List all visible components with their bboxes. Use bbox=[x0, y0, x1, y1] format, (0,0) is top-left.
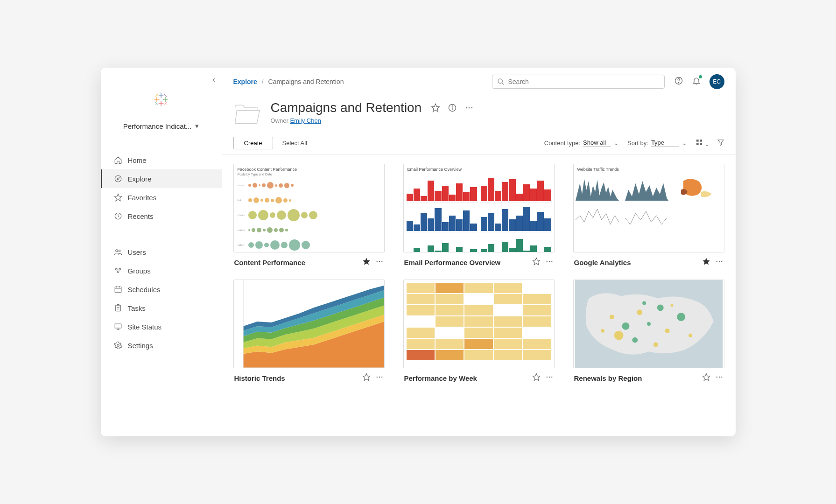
view-mode-toggle[interactable]: ⌄ bbox=[695, 139, 709, 147]
card-more-button[interactable] bbox=[375, 257, 384, 267]
nav-label: Groups bbox=[128, 267, 151, 275]
content-type-label: Content type: bbox=[544, 140, 580, 147]
ga-preview bbox=[574, 173, 724, 231]
nav-label: Tasks bbox=[128, 304, 146, 312]
card-more-button[interactable] bbox=[715, 257, 724, 267]
workbook-thumbnail[interactable]: Website Traffic Trends bbox=[573, 164, 724, 252]
owner-label: Owner bbox=[271, 117, 288, 124]
filter-button[interactable] bbox=[717, 139, 724, 147]
card-title[interactable]: Content Performance bbox=[234, 259, 362, 266]
sidebar-item-tasks[interactable]: Tasks bbox=[101, 299, 222, 317]
sidebar-item-settings[interactable]: Settings bbox=[101, 336, 222, 355]
owner-link[interactable]: Emily Chen bbox=[290, 117, 321, 124]
card-favorite-toggle[interactable] bbox=[362, 373, 371, 383]
nav-label: Favorites bbox=[128, 194, 157, 202]
svg-point-64 bbox=[716, 261, 717, 262]
svg-point-24 bbox=[117, 271, 119, 273]
toolbar-right: Content type: Show all ⌄ Sort by: Type ⌄… bbox=[544, 139, 724, 147]
star-outline-icon bbox=[532, 257, 541, 266]
card-favorite-toggle[interactable] bbox=[362, 257, 371, 267]
sidebar-item-schedules[interactable]: Schedules bbox=[101, 280, 222, 299]
svg-point-54 bbox=[376, 261, 377, 262]
content-type-value: Show all bbox=[583, 139, 611, 147]
svg-point-45 bbox=[466, 107, 467, 109]
svg-point-101 bbox=[721, 377, 722, 378]
card-title[interactable]: Performance by Week bbox=[404, 374, 532, 382]
card-favorite-toggle[interactable] bbox=[532, 373, 541, 383]
workbook-thumbnail[interactable] bbox=[233, 280, 385, 368]
breadcrumb-root-link[interactable]: Explore bbox=[233, 78, 257, 85]
svg-point-84 bbox=[609, 315, 614, 319]
create-button[interactable]: Create bbox=[233, 137, 273, 149]
workbook-thumbnail[interactable]: Email Performance Overview bbox=[403, 164, 555, 252]
folder-open-icon bbox=[233, 102, 261, 126]
map-preview bbox=[574, 280, 724, 368]
workbook-thumbnail[interactable]: Facebook Content Performance Posts by Ty… bbox=[233, 164, 385, 252]
sidebar-item-users[interactable]: Users bbox=[101, 243, 222, 261]
svg-line-38 bbox=[502, 83, 504, 84]
sidebar-item-site-status[interactable]: Site Status bbox=[101, 317, 222, 336]
card-more-button[interactable] bbox=[545, 373, 554, 383]
sort-by-control[interactable]: Sort by: Type ⌄ bbox=[627, 139, 687, 147]
card-favorite-toggle[interactable] bbox=[702, 257, 710, 267]
sidebar-item-home[interactable]: Home bbox=[101, 151, 222, 169]
svg-marker-79 bbox=[533, 374, 540, 381]
card-favorite-toggle[interactable] bbox=[702, 373, 710, 383]
card-more-button[interactable] bbox=[545, 257, 554, 267]
sidebar-item-recents[interactable]: Recents bbox=[101, 207, 222, 225]
toolbar: Create Select All Content type: Show all… bbox=[222, 134, 736, 154]
svg-marker-52 bbox=[718, 140, 724, 146]
svg-point-97 bbox=[642, 301, 646, 305]
site-selector[interactable]: Performance Indicat... ▾ bbox=[123, 122, 199, 130]
svg-point-86 bbox=[614, 331, 623, 340]
svg-point-100 bbox=[718, 377, 719, 378]
avatar[interactable]: EC bbox=[710, 74, 724, 89]
info-button[interactable] bbox=[448, 103, 457, 114]
card-title[interactable]: Google Analytics bbox=[574, 259, 702, 266]
more-actions-button[interactable] bbox=[464, 103, 474, 114]
svg-point-81 bbox=[548, 377, 549, 378]
select-all-button[interactable]: Select All bbox=[282, 140, 307, 147]
svg-point-87 bbox=[637, 309, 642, 315]
chevron-down-icon: ⌄ bbox=[614, 140, 619, 147]
sidebar-item-favorites[interactable]: Favorites bbox=[101, 188, 222, 207]
thumb-title: Email Performance Overview bbox=[404, 164, 554, 173]
svg-marker-57 bbox=[533, 258, 540, 265]
svg-rect-25 bbox=[115, 287, 121, 293]
svg-rect-33 bbox=[115, 324, 121, 328]
nav-label: Users bbox=[128, 248, 146, 256]
card-footer: Renewals by Region bbox=[573, 368, 724, 383]
more-horizontal-icon bbox=[715, 373, 724, 381]
area-chart-preview bbox=[234, 280, 384, 368]
star-outline-icon bbox=[431, 103, 440, 112]
page-header: Campaigns and Retention Owner Emily Chen bbox=[222, 96, 736, 134]
svg-point-94 bbox=[653, 343, 658, 347]
notifications-button[interactable] bbox=[692, 76, 701, 87]
star-outline-icon bbox=[362, 373, 371, 381]
card-title[interactable]: Email Performance Overview bbox=[404, 259, 532, 266]
card-title[interactable]: Renewals by Region bbox=[574, 374, 702, 382]
search-input[interactable] bbox=[508, 78, 660, 85]
workbook-thumbnail[interactable] bbox=[573, 280, 724, 368]
card-title[interactable]: Historic Trends bbox=[234, 374, 362, 382]
clipboard-icon bbox=[114, 304, 122, 312]
workbook-thumbnail[interactable] bbox=[403, 280, 555, 368]
content-type-filter[interactable]: Content type: Show all ⌄ bbox=[544, 139, 619, 147]
help-button[interactable] bbox=[674, 76, 683, 87]
favorite-toggle[interactable] bbox=[431, 103, 440, 114]
compass-icon bbox=[114, 175, 122, 183]
search-box[interactable] bbox=[492, 75, 665, 89]
sidebar-collapse-button[interactable] bbox=[211, 77, 217, 85]
sidebar-item-groups[interactable]: Groups bbox=[101, 261, 222, 280]
help-icon bbox=[674, 76, 683, 85]
more-horizontal-icon bbox=[375, 257, 384, 266]
search-icon bbox=[497, 78, 505, 85]
card-more-button[interactable] bbox=[375, 373, 384, 383]
card-more-button[interactable] bbox=[715, 373, 724, 383]
title-actions bbox=[431, 103, 474, 114]
svg-point-91 bbox=[677, 313, 685, 321]
workbook-card: Renewals by Region bbox=[573, 280, 724, 383]
notification-badge bbox=[699, 75, 702, 78]
sidebar-item-explore[interactable]: Explore bbox=[101, 169, 222, 188]
card-favorite-toggle[interactable] bbox=[532, 257, 541, 267]
